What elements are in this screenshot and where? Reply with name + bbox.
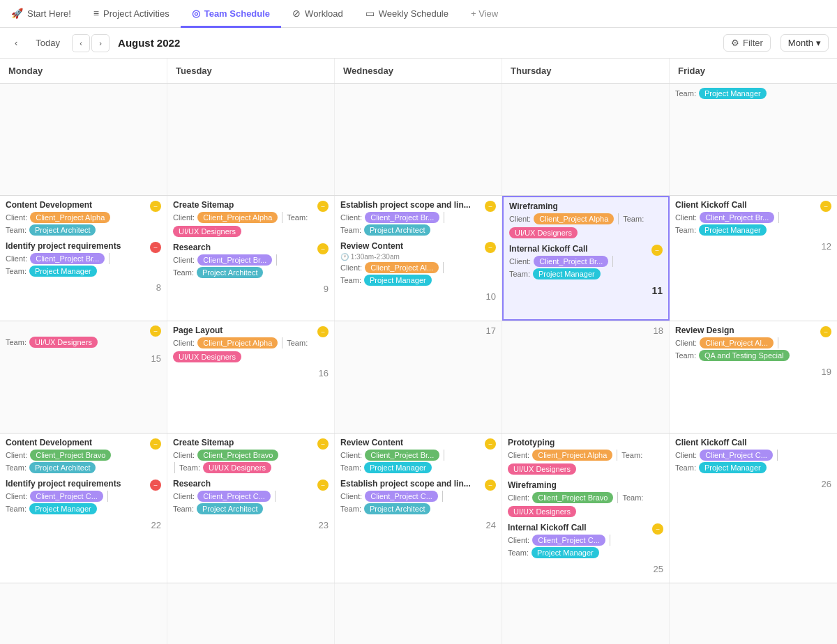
client-tag[interactable]: Client_Project Br...	[30, 253, 105, 264]
event-prototyping: Prototyping Client: Client_Project Alpha…	[508, 438, 663, 475]
event-title: Review Design	[675, 325, 734, 335]
team-tag[interactable]: Project Architect	[364, 224, 430, 236]
day-cell-15-mon: – Team: UI/UX Designers 15	[0, 321, 167, 433]
event-header: Page Layout –	[173, 325, 329, 337]
status-dot: –	[651, 245, 663, 256]
team-tag[interactable]: Project Manager	[699, 88, 767, 99]
client-tag[interactable]: Client_Project C...	[197, 491, 271, 502]
event-create-sitemap-23: Create Sitemap – Client: Client_Project …	[173, 438, 329, 473]
divider	[282, 337, 282, 348]
team-tag[interactable]: UI/UX Designers	[508, 506, 576, 517]
team-tag[interactable]: Project Manager	[699, 462, 767, 473]
team-tag[interactable]: UI/UX Designers	[509, 227, 578, 238]
tab-view-label: + View	[471, 8, 498, 19]
tab-add-view[interactable]: + View	[460, 1, 509, 28]
status-dot-yellow: –	[150, 201, 161, 212]
team-tag[interactable]: Project Manager	[531, 547, 599, 558]
day-cell-8: Content Development – Client: Client_Pro…	[0, 196, 167, 321]
client-tag[interactable]: Client_Project Br...	[700, 212, 774, 223]
status-dot: –	[150, 325, 161, 337]
team-tag[interactable]: Project Manager	[29, 503, 97, 514]
event-row: Client: Client_Project Br...	[509, 256, 663, 267]
status-dot: –	[652, 523, 663, 535]
client-tag[interactable]: Client_Project C...	[700, 450, 773, 461]
team-label: Team:	[6, 267, 27, 275]
event-ui-ux: – Team: UI/UX Designers	[6, 325, 161, 348]
client-tag[interactable]: Client_Project Alpha	[197, 212, 278, 223]
client-tag[interactable]: Client_Project Br...	[197, 254, 272, 266]
team-label: Team:	[621, 451, 642, 459]
client-tag[interactable]: Client_Project Alpha	[197, 337, 278, 348]
team-label: Team:	[508, 549, 529, 557]
month-button[interactable]: Month ▾	[781, 34, 829, 52]
client-tag[interactable]: Client_Project Bravo	[197, 450, 278, 461]
tab-project-label: Project Activities	[103, 8, 169, 19]
team-tag[interactable]: Project Architect	[29, 462, 96, 473]
team-tag[interactable]: UI/UX Designers	[173, 226, 241, 237]
day-num-24: 24	[340, 520, 496, 530]
client-tag[interactable]: Client_Project Alpha	[534, 213, 614, 224]
client-tag[interactable]: Client_Project Bravo	[532, 492, 613, 503]
team-label: Team:	[287, 213, 308, 222]
tab-project-activities[interactable]: ≡ Project Activities	[82, 1, 181, 28]
client-tag[interactable]: Client_Project Al...	[700, 337, 774, 348]
today-button[interactable]: Today	[29, 34, 66, 52]
team-tag[interactable]: Project Architect	[364, 503, 430, 514]
client-tag[interactable]: Client_Project Al...	[365, 262, 439, 273]
client-tag[interactable]: Client_Project C...	[532, 535, 605, 546]
team-tag[interactable]: Project Architect	[197, 503, 263, 514]
day-cell-9: Create Sitemap – Client: Client_Project …	[167, 196, 335, 321]
team-tag[interactable]: UI/UX Designers	[173, 351, 241, 362]
event-title: Research	[173, 243, 211, 252]
event-row: Team: Project Architect	[6, 224, 161, 236]
team-tag[interactable]: UI/UX Designers	[29, 337, 98, 348]
nav-arrows: ‹ ›	[72, 34, 110, 52]
tab-workload[interactable]: ⊘ Workload	[281, 1, 354, 28]
client-tag[interactable]: Client_Project C...	[30, 491, 103, 502]
team-tag[interactable]: Project Manager	[533, 268, 601, 279]
next-button[interactable]: ›	[91, 34, 110, 52]
filter-button[interactable]: ⚙ Filter	[723, 34, 771, 52]
team-label: Team:	[173, 268, 194, 277]
client-tag[interactable]: Client_Project Alpha	[532, 450, 612, 461]
tab-team-schedule[interactable]: ◎ Team Schedule	[181, 1, 281, 28]
client-label: Client:	[6, 451, 27, 459]
team-tag[interactable]: Project Manager	[29, 266, 97, 277]
week-row-22: Content Development – Client: Client_Pro…	[0, 434, 837, 583]
client-label: Client:	[508, 493, 529, 502]
client-tag[interactable]: Client_Project Bravo	[30, 450, 111, 461]
team-tag[interactable]: QA and Testing Special	[699, 350, 790, 361]
team-tag[interactable]: Project Manager	[699, 224, 767, 236]
client-tag[interactable]: Client_Project Alpha	[30, 212, 110, 223]
event-row: Client: Client_Project C...	[508, 535, 663, 546]
client-tag[interactable]: Client_Project Br...	[534, 256, 608, 267]
team-tag[interactable]: Project Architect	[29, 224, 96, 236]
client-label: Client:	[508, 451, 529, 459]
tab-weekly-schedule[interactable]: ▭ Weekly Schedule	[354, 1, 460, 28]
event-row: Team: Project Architect	[6, 462, 161, 473]
client-tag[interactable]: Client_Project Br...	[365, 450, 439, 461]
event-title: Create Sitemap	[173, 200, 234, 210]
team-tag[interactable]: Project Manager	[364, 462, 432, 473]
back-week-button[interactable]: ‹	[8, 34, 24, 52]
team-tag[interactable]: UI/UX Designers	[203, 462, 271, 473]
client-tag[interactable]: Client_Project C...	[365, 491, 438, 502]
team-tag[interactable]: UI/UX Designers	[508, 463, 576, 475]
team-tag[interactable]: Project Manager	[364, 275, 432, 286]
client-tag[interactable]: Client_Project Br...	[365, 212, 439, 223]
team-label: Team:	[6, 338, 27, 346]
toolbar: ‹ Today ‹ › August 2022 ⚙ Filter Month ▾	[0, 28, 837, 59]
status-dot: –	[820, 201, 831, 212]
event-title: Wireframing	[509, 201, 558, 211]
team-tag[interactable]: Project Architect	[197, 267, 263, 278]
day-cell-10: Establish project scope and lin... – Cli…	[335, 196, 502, 321]
event-header: Wireframing	[509, 201, 663, 213]
day-num-8: 8	[6, 282, 161, 293]
date-title: August 2022	[118, 37, 718, 49]
tab-start[interactable]: 🚀 Start Here!	[0, 1, 82, 28]
calendar-body: Team: Project Manager Content Developmen…	[0, 84, 837, 644]
event-row: Team: Project Manager	[6, 503, 161, 514]
status-dot: –	[317, 243, 329, 254]
event-content-dev: Content Development – Client: Client_Pro…	[6, 200, 161, 236]
prev-button[interactable]: ‹	[72, 34, 90, 52]
